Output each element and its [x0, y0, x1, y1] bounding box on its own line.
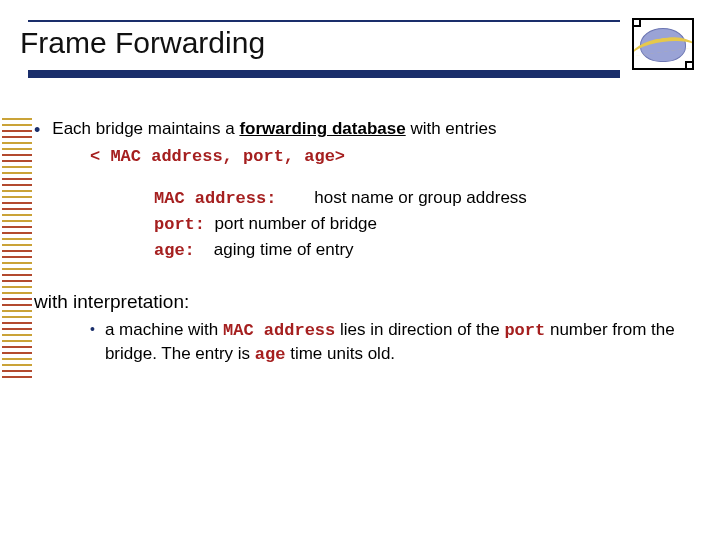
code-fragment: port	[504, 321, 545, 340]
slide-title: Frame Forwarding	[20, 26, 620, 60]
text-fragment: with entries	[406, 119, 497, 138]
def-row-mac: MAC address: host name or group address	[154, 187, 704, 211]
thick-rule	[28, 70, 620, 78]
def-row-age: age: aging time of entry	[154, 239, 704, 263]
def-text: aging time of entry	[214, 240, 354, 259]
stripe	[2, 226, 32, 228]
text-fragment: time units old.	[285, 344, 395, 363]
def-label: MAC address:	[154, 189, 276, 208]
code-fragment: MAC address	[223, 321, 335, 340]
interpretation-heading: with interpretation:	[34, 289, 704, 315]
bullet-icon: •	[34, 118, 40, 142]
sub-bullet-row: • a machine with MAC address lies in dir…	[90, 319, 704, 367]
stripe	[2, 274, 32, 276]
stripe	[2, 202, 32, 204]
stripe	[2, 178, 32, 180]
stripe	[2, 256, 32, 258]
stripe	[2, 238, 32, 240]
stripe	[2, 184, 32, 186]
text-fragment: lies in direction of the	[335, 320, 504, 339]
bold-underline: forwarding database	[239, 119, 405, 138]
stripe	[2, 376, 32, 378]
left-stripes	[2, 118, 32, 382]
stripe	[2, 292, 32, 294]
stripe	[2, 340, 32, 342]
sub-bullet-text: a machine with MAC address lies in direc…	[105, 319, 704, 367]
stripe	[2, 346, 32, 348]
stripe	[2, 118, 32, 120]
stripe	[2, 130, 32, 132]
stripe	[2, 148, 32, 150]
stripe	[2, 124, 32, 126]
handle-tl-icon	[632, 18, 641, 27]
stripe	[2, 310, 32, 312]
stripe	[2, 286, 32, 288]
def-label: age:	[154, 241, 195, 260]
stripe	[2, 370, 32, 372]
code-fragment: age	[255, 345, 286, 364]
bullet-text: Each bridge maintains a forwarding datab…	[52, 118, 496, 141]
stripe	[2, 268, 32, 270]
stripe	[2, 328, 32, 330]
def-text: host name or group address	[314, 188, 527, 207]
stripe	[2, 358, 32, 360]
stripe	[2, 262, 32, 264]
stripe	[2, 190, 32, 192]
text-fragment: a machine with	[105, 320, 223, 339]
stripe	[2, 298, 32, 300]
content-area: • Each bridge maintains a forwarding dat…	[34, 118, 704, 367]
stripe	[2, 136, 32, 138]
bullet-row: • Each bridge maintains a forwarding dat…	[34, 118, 704, 142]
def-row-port: port: port number of bridge	[154, 213, 704, 237]
thin-rule	[28, 20, 620, 22]
entry-tuple: < MAC address, port, age>	[90, 146, 704, 169]
corner-logo	[632, 18, 694, 70]
definitions: MAC address: host name or group address …	[154, 187, 704, 263]
handle-br-icon	[685, 61, 694, 70]
stripe	[2, 280, 32, 282]
stripe	[2, 214, 32, 216]
stripe	[2, 244, 32, 246]
stripe	[2, 364, 32, 366]
stripe	[2, 322, 32, 324]
stripe	[2, 304, 32, 306]
stripe	[2, 208, 32, 210]
stripe	[2, 142, 32, 144]
stripe	[2, 316, 32, 318]
stripe	[2, 196, 32, 198]
sub-bullet-icon: •	[90, 319, 95, 339]
stripe	[2, 172, 32, 174]
title-area: Frame Forwarding	[20, 20, 620, 78]
stripe	[2, 352, 32, 354]
text-fragment: Each bridge maintains a	[52, 119, 239, 138]
def-text: port number of bridge	[214, 214, 377, 233]
stripe	[2, 232, 32, 234]
stripe	[2, 154, 32, 156]
stripe	[2, 166, 32, 168]
stripe	[2, 160, 32, 162]
stripe	[2, 250, 32, 252]
stripe	[2, 334, 32, 336]
def-label: port:	[154, 215, 205, 234]
stripe	[2, 220, 32, 222]
sub-list: • a machine with MAC address lies in dir…	[90, 319, 704, 367]
